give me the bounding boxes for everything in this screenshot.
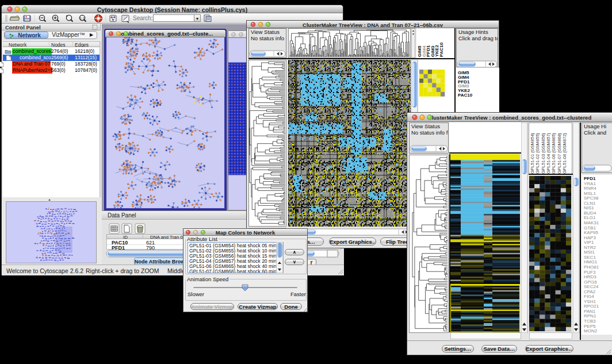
svg-text:GPL51-02 (GSM855): GPL51-02 (GSM855) [535, 133, 540, 174]
svg-text:PAC10: PAC10 [458, 93, 473, 98]
svg-text:GPL51-08 (GSM872): GPL51-08 (GSM872) [562, 133, 567, 174]
svg-text:GPL51-01 (GSM854): GPL51-01 (GSM854) [530, 133, 535, 174]
svg-text:1:1: 1:1 [80, 17, 85, 20]
svg-text:PAC10: PAC10 [439, 42, 444, 57]
svg-text:GPL51-04 (GSM857): GPL51-04 (GSM857) [546, 133, 551, 174]
svg-text:MON2: MON2 [584, 328, 598, 334]
svg-text:GPL51-07 (GSM868): GPL51-07 (GSM868) [557, 133, 562, 174]
svg-text:Search:: Search: [133, 15, 152, 21]
svg-text:GPL51-06 (GSM865): GPL51-06 (GSM865) [551, 133, 556, 174]
svg-text:GPL51-03 (GSM856): GPL51-03 (GSM856) [541, 133, 546, 174]
